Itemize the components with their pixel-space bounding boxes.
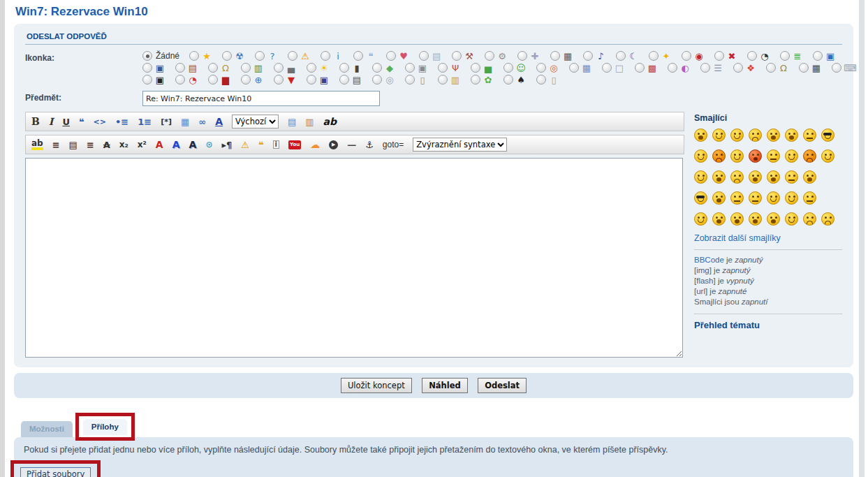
icon-radio-trash[interactable] [536,75,546,85]
icon-radio-photos[interactable] [550,51,560,61]
icon-radio-gear[interactable] [485,51,494,61]
icon-radio-power[interactable] [682,51,691,61]
icon-radio-selection[interactable] [602,63,612,73]
icon-radio-usb[interactable] [405,75,415,85]
icon-radio-stop[interactable] [714,51,724,61]
smiley-think[interactable] [749,191,762,205]
horizontal-rule-button[interactable]: — [347,140,356,149]
list-bullet-button[interactable]: •≡ [115,117,128,126]
strikethrough-button[interactable]: A [103,140,110,149]
smiley-facepalm[interactable] [821,212,834,226]
bold-button[interactable]: B [31,117,40,126]
smiley-neutral[interactable] [803,129,816,142]
icon-radio-tools[interactable] [452,51,462,61]
icon-radio-windows-logo[interactable] [733,63,743,73]
icon-none-radio[interactable] [142,51,152,61]
icon-radio-floppy[interactable] [307,75,316,85]
icon-radio-printer[interactable] [274,63,284,73]
smiley-straight[interactable] [767,149,780,163]
bbcode-label[interactable]: BBCode [694,256,724,264]
icon-radio-harddrive[interactable] [339,75,349,85]
icon-radio-icq-flower[interactable] [471,75,480,85]
smiley-scared[interactable] [712,191,726,205]
icon-radio-cd[interactable] [372,75,382,85]
smiley-bat[interactable] [785,149,798,163]
icon-radio-calculator[interactable] [799,63,809,73]
smiley-blush[interactable] [749,149,762,163]
paste-button[interactable]: ▥ [305,117,314,126]
code-button[interactable]: <> [94,118,106,126]
smiley-joy[interactable] [712,212,726,226]
smiley-question-chick[interactable] [712,170,726,184]
icon-radio-info[interactable] [321,51,330,61]
icon-radio-gauge[interactable] [747,51,757,61]
submit-button[interactable]: Odeslat [478,378,527,393]
list-numbered-button[interactable]: 1≡ [138,117,152,126]
list-item-button[interactable]: [*] [161,118,172,126]
icon-radio-antenna[interactable] [438,63,448,73]
icon-radio-grin[interactable] [503,63,513,73]
icon-radio-traffic-light[interactable] [780,51,790,61]
smiley-in-love[interactable] [785,191,798,205]
smiley-razz[interactable] [730,149,744,163]
font-colour-button[interactable]: A [215,117,223,126]
icon-radio-bulb[interactable] [307,63,316,73]
icon-radio-blocks[interactable] [635,63,645,73]
icon-radio-pdf[interactable] [274,75,284,85]
icon-radio-puzzle[interactable] [372,63,382,73]
align-justify-button[interactable]: ▤ [69,140,78,149]
smiley-sick[interactable] [785,170,798,184]
add-files-button[interactable]: Přidat soubory [20,467,91,477]
insert-image-button[interactable]: ▦ [181,117,189,126]
smiley-shock[interactable] [767,129,780,142]
smiley-cool[interactable] [821,129,834,142]
smiley-stare[interactable] [803,191,816,205]
syntax-select[interactable]: Zvýraznění syntaxe [413,138,507,152]
icon-radio-signal[interactable] [471,63,480,73]
icon-radio-battery[interactable] [339,63,349,73]
icon-radio-keyboard[interactable] [832,63,841,73]
smiley-nerd[interactable] [694,191,707,205]
copy-button[interactable]: ▤ [288,117,296,126]
icon-radio-music[interactable] [583,51,593,61]
icon-radio-palette[interactable] [668,63,677,73]
droplet-button[interactable]: ⊙ [205,140,212,149]
icon-radio-coin[interactable] [649,51,659,61]
warning-bbcode-button[interactable]: ⚠ [241,140,249,149]
smiley-scream[interactable] [749,212,762,226]
icon-radio-pacman[interactable] [616,51,626,61]
youtube-button[interactable]: You [288,140,301,149]
superscript-button[interactable]: x² [138,140,147,149]
icon-radio-globe[interactable] [241,75,251,85]
icon-radio-windows[interactable] [419,51,429,61]
icon-radio-lock[interactable] [208,63,218,73]
align-center-button[interactable]: ≡ [52,140,60,149]
topic-review-link[interactable]: Přehled tématu [694,320,842,330]
icon-radio-bar-chart[interactable] [208,75,218,85]
smiley-evil[interactable] [803,149,816,163]
smiley-oh[interactable] [730,212,744,226]
align-right-button[interactable]: ≡ [87,140,94,149]
icon-radio-radioactive[interactable] [222,51,232,61]
cloud-button[interactable]: ☁ [310,140,320,149]
icon-radio-graphics-card[interactable] [241,63,251,73]
smiley-goggle[interactable] [767,212,780,226]
smiley-sad[interactable] [749,129,762,142]
italic-button[interactable]: I [49,117,54,126]
smiley-sweat-laugh[interactable] [694,149,707,163]
icon-radio-firewall[interactable] [175,63,185,73]
preview-button[interactable]: Náhled [422,378,468,393]
quote-button[interactable]: ❝ [79,117,84,126]
smiley-eek[interactable] [785,129,798,142]
smiley-lol[interactable] [694,129,707,142]
icon-radio-package[interactable] [438,75,448,85]
media-play-button[interactable]: ▶ [329,140,338,149]
show-more-smilies-link[interactable]: Zobrazit další smajlíky [694,233,781,243]
font-red-button[interactable]: A [156,140,163,149]
icon-radio-star[interactable] [189,51,199,61]
insert-link-button[interactable]: ∞ [198,117,206,126]
smiley-unsure[interactable] [730,170,744,184]
icon-radio-syringe[interactable] [517,51,527,61]
save-draft-button[interactable]: Uložit koncept [341,378,412,393]
smiley-rolleyes[interactable] [767,170,780,184]
